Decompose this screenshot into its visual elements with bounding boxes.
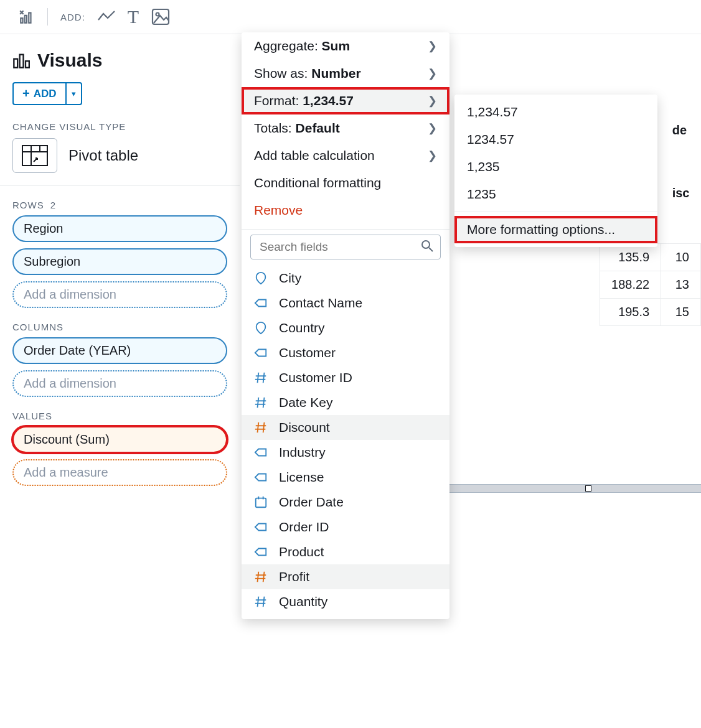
field-label: Customer ID <box>279 370 352 385</box>
num-icon <box>254 396 268 409</box>
cell-2-1: 15 <box>661 298 701 325</box>
field-context-menu: Aggregate: Sum ❯ Show as: Number ❯ Forma… <box>242 32 449 619</box>
showas-prefix: Show as: <box>254 66 311 80</box>
dim-icon <box>254 545 268 559</box>
menu-aggregate[interactable]: Aggregate: Sum ❯ <box>242 32 449 60</box>
svg-line-29 <box>258 572 259 582</box>
field-row-order-date[interactable]: Order Date <box>242 490 449 515</box>
add-text-icon[interactable]: T <box>128 6 139 27</box>
panel-title: Visuals <box>37 50 103 71</box>
ruler-bar <box>448 484 701 493</box>
value-placeholder[interactable]: Add a measure <box>12 459 227 486</box>
column-placeholder[interactable]: Add a dimension <box>12 370 227 397</box>
num-icon <box>254 421 268 434</box>
svg-rect-8 <box>22 146 47 166</box>
row-pill-region[interactable]: Region <box>12 215 227 242</box>
panel-header: Visuals <box>12 50 227 71</box>
field-row-product[interactable]: Product <box>242 539 449 564</box>
svg-line-33 <box>258 597 259 607</box>
rows-label-text: ROWS <box>12 200 44 210</box>
field-row-customer-id[interactable]: Customer ID <box>242 365 449 390</box>
aggregate-prefix: Aggregate: <box>254 39 322 53</box>
field-row-license[interactable]: License <box>242 465 449 490</box>
cell-0-1: 10 <box>661 243 701 271</box>
menu-show-as[interactable]: Show as: Number ❯ <box>242 60 449 87</box>
chart-edit-icon[interactable] <box>19 9 35 25</box>
num-icon <box>254 371 268 385</box>
svg-line-23 <box>263 422 265 433</box>
field-row-quantity[interactable]: Quantity <box>242 589 449 614</box>
change-visual-type-label: CHANGE VISUAL TYPE <box>12 121 227 132</box>
field-row-country[interactable]: Country <box>242 315 449 340</box>
visuals-panel: Visuals + ADD ▾ CHANGE VISUAL TYPE Pivot… <box>0 44 240 498</box>
dim-icon <box>254 296 268 310</box>
remove-label: Remove <box>254 203 303 218</box>
field-label: Contact Name <box>279 296 362 310</box>
format-option-3[interactable]: 1235 <box>454 180 657 208</box>
add-visual-button[interactable]: + ADD <box>12 82 65 105</box>
add-line-chart-icon[interactable] <box>98 10 115 24</box>
field-row-order-id[interactable]: Order ID <box>242 515 449 539</box>
field-row-contact-name[interactable]: Contact Name <box>242 291 449 315</box>
field-row-discount[interactable]: Discount <box>242 415 449 440</box>
chevron-right-icon: ❯ <box>428 121 437 135</box>
geo-icon <box>254 321 268 335</box>
svg-line-30 <box>263 572 265 582</box>
menu-totals[interactable]: Totals: Default ❯ <box>242 114 449 142</box>
svg-point-12 <box>422 241 430 248</box>
rows-count: 2 <box>50 200 56 210</box>
field-row-customer[interactable]: Customer <box>242 340 449 365</box>
visual-type-selector[interactable]: Pivot table <box>12 138 227 173</box>
value-pill-discount[interactable]: Discount (Sum) <box>12 426 227 453</box>
totals-value: Default <box>296 121 340 135</box>
menu-remove[interactable]: Remove <box>242 197 449 224</box>
row-placeholder[interactable]: Add a dimension <box>12 281 227 308</box>
dim-icon <box>254 520 268 534</box>
menu-conditional-format[interactable]: Conditional formatting <box>242 169 449 197</box>
format-option-0[interactable]: 1,234.57 <box>454 98 657 126</box>
format-option-1[interactable]: 1234.57 <box>454 126 657 153</box>
columns-label: COLUMNS <box>12 322 227 332</box>
date-icon <box>254 495 268 509</box>
menu-format[interactable]: Format: 1,234.57 ❯ <box>242 87 449 114</box>
field-label: Product <box>279 544 324 559</box>
ruler-marker[interactable] <box>585 485 591 492</box>
caret-down-icon: ▾ <box>72 89 76 98</box>
field-row-profit[interactable]: Profit <box>242 564 449 589</box>
field-label: Customer <box>279 345 336 360</box>
svg-line-14 <box>258 373 259 383</box>
add-button-label: ADD <box>34 88 57 100</box>
search-fields-input[interactable] <box>250 235 441 259</box>
field-label: Date Key <box>279 395 332 410</box>
column-pill-order-date[interactable]: Order Date (YEAR) <box>12 337 227 364</box>
svg-rect-2 <box>29 13 31 23</box>
search-fields-wrap <box>250 235 441 259</box>
field-row-city[interactable]: City <box>242 266 449 291</box>
field-row-industry[interactable]: Industry <box>242 440 449 465</box>
menu-add-calc[interactable]: Add table calculation ❯ <box>242 142 449 169</box>
add-label: ADD: <box>60 12 85 22</box>
field-list: City Contact Name Country Customer Custo… <box>242 266 449 614</box>
add-calc-label: Add table calculation <box>254 148 375 163</box>
svg-rect-6 <box>20 55 24 68</box>
format-option-2[interactable]: 1,235 <box>454 153 657 180</box>
svg-rect-1 <box>25 16 27 23</box>
field-label: Country <box>279 320 325 335</box>
add-visual-caret[interactable]: ▾ <box>65 82 82 105</box>
scroll-ruler[interactable] <box>448 480 701 503</box>
pivot-table-icon <box>12 138 57 173</box>
format-more-options[interactable]: More formatting options... <box>454 216 657 243</box>
showas-value: Number <box>311 66 360 80</box>
dim-icon <box>254 470 268 484</box>
row-pill-subregion[interactable]: Subregion <box>12 248 227 275</box>
cell-1-0: 188.22 <box>600 271 661 298</box>
chevron-right-icon: ❯ <box>428 67 437 80</box>
top-toolbar: ADD: T <box>0 0 701 34</box>
geo-icon <box>254 271 268 285</box>
svg-point-4 <box>156 13 159 16</box>
svg-rect-5 <box>14 59 17 68</box>
add-image-icon[interactable] <box>151 8 170 26</box>
col-head-2: isc <box>661 144 701 243</box>
field-row-date-key[interactable]: Date Key <box>242 390 449 415</box>
field-label: Industry <box>279 445 326 460</box>
